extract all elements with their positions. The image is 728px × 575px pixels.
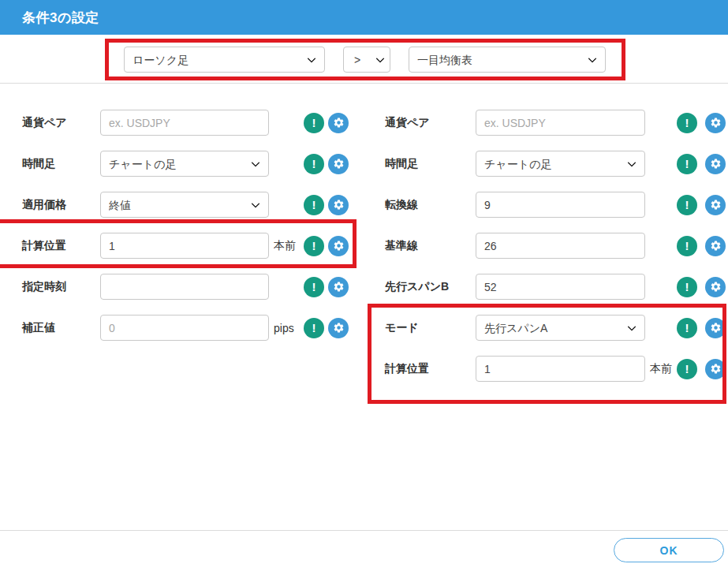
field-row-mode: モード 先行スパンA ! bbox=[385, 315, 727, 341]
field-label: 補正値 bbox=[22, 321, 100, 335]
ok-button[interactable]: OK bbox=[614, 538, 724, 562]
specified-time-input[interactable] bbox=[100, 274, 269, 300]
field-suffix: 本前 bbox=[645, 362, 677, 376]
currency-pair-input[interactable] bbox=[476, 110, 645, 136]
gear-icon[interactable] bbox=[705, 195, 726, 215]
calc-position-input[interactable] bbox=[476, 356, 645, 382]
left-operand-panel: 通貨ペア ! 時間足 チャートの足 ! 適用価格 終値 ! 計算位置 本前 bbox=[22, 110, 357, 356]
field-row-timeframe: 時間足 チャートの足 ! bbox=[385, 151, 727, 177]
condition-expression-row: ローソク足 > 一目均衡表 bbox=[124, 47, 606, 73]
field-label: 通貨ペア bbox=[385, 116, 476, 130]
alert-icon[interactable]: ! bbox=[304, 277, 324, 297]
alert-icon[interactable]: ! bbox=[677, 113, 697, 133]
gear-icon[interactable] bbox=[705, 277, 726, 297]
timeframe-select[interactable]: チャートの足 bbox=[100, 151, 269, 177]
alert-icon[interactable]: ! bbox=[677, 195, 697, 215]
field-label: 計算位置 bbox=[22, 239, 100, 253]
field-label: 先行スパンB bbox=[385, 280, 476, 294]
dialog-header: 条件3の設定 bbox=[0, 0, 728, 35]
field-label: 適用価格 bbox=[22, 198, 100, 212]
applied-price-select[interactable]: 終値 bbox=[100, 192, 269, 218]
field-row-tenkan-line: 転換線 ! bbox=[385, 192, 727, 218]
field-row-senkou-span-b: 先行スパンB ! bbox=[385, 274, 727, 300]
field-row-applied-price: 適用価格 終値 ! bbox=[22, 192, 357, 218]
gear-icon[interactable] bbox=[705, 318, 726, 338]
gear-icon[interactable] bbox=[328, 236, 349, 256]
timeframe-select[interactable]: チャートの足 bbox=[476, 151, 645, 177]
alert-icon[interactable]: ! bbox=[304, 318, 324, 338]
field-row-correction-value: 補正値 pips ! bbox=[22, 315, 357, 341]
field-row-calc-position: 計算位置 本前 ! bbox=[22, 233, 357, 259]
senkou-span-b-input[interactable] bbox=[476, 274, 645, 300]
header-divider bbox=[0, 83, 728, 84]
operator-select[interactable]: > bbox=[343, 47, 390, 73]
field-row-kijun-line: 基準線 ! bbox=[385, 233, 727, 259]
alert-icon[interactable]: ! bbox=[677, 154, 697, 174]
field-row-calc-position: 計算位置 本前 ! bbox=[385, 356, 727, 382]
field-label: 時間足 bbox=[22, 157, 100, 171]
field-row-currency-pair: 通貨ペア ! bbox=[22, 110, 357, 136]
alert-icon[interactable]: ! bbox=[677, 359, 697, 379]
gear-icon[interactable] bbox=[705, 113, 726, 133]
alert-icon[interactable]: ! bbox=[304, 195, 324, 215]
gear-icon[interactable] bbox=[328, 277, 349, 297]
field-row-currency-pair: 通貨ペア ! bbox=[385, 110, 727, 136]
alert-icon[interactable]: ! bbox=[304, 236, 324, 256]
field-suffix: 本前 bbox=[269, 239, 304, 253]
gear-icon[interactable] bbox=[328, 318, 349, 338]
right-indicator-select[interactable]: 一目均衡表 bbox=[409, 47, 606, 73]
field-label: 基準線 bbox=[385, 239, 476, 253]
alert-icon[interactable]: ! bbox=[677, 277, 697, 297]
field-row-timeframe: 時間足 チャートの足 ! bbox=[22, 151, 357, 177]
alert-icon[interactable]: ! bbox=[304, 113, 324, 133]
kijun-line-input[interactable] bbox=[476, 233, 645, 259]
field-label: 計算位置 bbox=[385, 362, 476, 376]
field-label: 転換線 bbox=[385, 198, 476, 212]
mode-select[interactable]: 先行スパンA bbox=[476, 315, 645, 341]
field-label: モード bbox=[385, 321, 476, 335]
right-operand-panel: 通貨ペア ! 時間足 チャートの足 ! 転換線 ! 基準線 ! bbox=[385, 110, 727, 397]
currency-pair-input[interactable] bbox=[100, 110, 269, 136]
tenkan-line-input[interactable] bbox=[476, 192, 645, 218]
field-label: 時間足 bbox=[385, 157, 476, 171]
gear-icon[interactable] bbox=[328, 113, 349, 133]
field-label: 指定時刻 bbox=[22, 280, 100, 294]
dialog-title: 条件3の設定 bbox=[22, 9, 99, 27]
gear-icon[interactable] bbox=[328, 195, 349, 215]
alert-icon[interactable]: ! bbox=[677, 318, 697, 338]
correction-value-input[interactable] bbox=[100, 315, 269, 341]
gear-icon[interactable] bbox=[705, 236, 726, 256]
left-indicator-select[interactable]: ローソク足 bbox=[124, 47, 325, 73]
alert-icon[interactable]: ! bbox=[304, 154, 324, 174]
calc-position-input[interactable] bbox=[100, 233, 269, 259]
gear-icon[interactable] bbox=[705, 154, 726, 174]
field-row-specified-time: 指定時刻 ! bbox=[22, 274, 357, 300]
field-suffix: pips bbox=[269, 322, 304, 334]
condition-settings-dialog: 条件3の設定 ローソク足 > 一目均衡表 通貨ペア ! bbox=[0, 0, 728, 575]
gear-icon[interactable] bbox=[705, 359, 726, 379]
gear-icon[interactable] bbox=[328, 154, 349, 174]
footer-divider bbox=[0, 530, 728, 531]
field-label: 通貨ペア bbox=[22, 116, 100, 130]
alert-icon[interactable]: ! bbox=[677, 236, 697, 256]
